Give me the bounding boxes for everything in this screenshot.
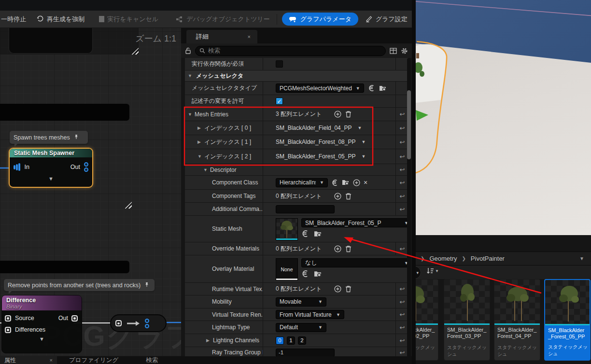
asset-tile-selected[interactable]: SM_BlackAlder_Forest_05_PP スタティックメッシュ — [544, 279, 591, 361]
mesh-entry-dropdown-2[interactable]: SM_BlackAlder_Forest_05_PP ▼ — [276, 153, 366, 160]
out-pin[interactable] — [84, 162, 88, 172]
display-grid-icon[interactable] — [390, 48, 397, 54]
tab-search[interactable]: 検索 — [146, 356, 158, 364]
tab-details-close-icon[interactable]: × — [248, 34, 251, 40]
lighting-channel-2[interactable]: 2 — [298, 336, 306, 345]
sort-button[interactable]: ▼ — [426, 267, 439, 274]
lightmap-type-dropdown[interactable]: Default ▼ — [276, 323, 326, 332]
differences-pin[interactable] — [5, 327, 11, 333]
lock-icon[interactable] — [185, 47, 191, 54]
comment-bubble-remove[interactable]: Remove points from another set (trees an… — [4, 279, 155, 291]
graph-parameters-button[interactable]: グラフパラメータ — [282, 13, 358, 26]
node-static-mesh-spawner[interactable]: Static Mesh Spawner In Out ▼ — [9, 148, 93, 188]
exec-dependency-checkbox[interactable] — [276, 60, 283, 68]
clear-icon[interactable]: × — [364, 179, 367, 186]
add-element-icon[interactable] — [334, 285, 341, 293]
clear-array-trash-icon[interactable] — [345, 111, 352, 118]
browse-to-asset-icon[interactable] — [314, 230, 322, 238]
debug-object-tree-button[interactable]: デバッグオブジェクトツリー — [176, 15, 270, 24]
expander-icon[interactable]: ▶ — [206, 338, 211, 343]
expander-icon[interactable]: ▶ — [197, 140, 202, 144]
use-selected-asset-icon[interactable] — [301, 270, 309, 278]
ray-tracing-group-input[interactable]: -1 — [276, 349, 335, 357]
use-selected-asset-icon[interactable] — [301, 230, 309, 238]
clear-array-trash-icon[interactable] — [345, 245, 352, 252]
asset-tile[interactable]: SM_BlackAlder_Forest_03_PP スタティックメッシュ — [444, 279, 490, 361]
viewport-3d[interactable] — [412, 0, 591, 235]
breadcrumb-expand-chevron-icon[interactable]: ▼ — [579, 256, 584, 261]
in-pin[interactable] — [14, 163, 20, 171]
graph-settings-button[interactable]: グラフ設定 — [365, 15, 408, 24]
node-collapse-chevron[interactable]: ▼ — [2, 336, 82, 342]
allow-descriptor-checkbox[interactable]: ✓ — [276, 98, 283, 105]
browse-to-asset-icon[interactable] — [314, 270, 322, 278]
comment-resize-handle-2[interactable] — [125, 202, 132, 209]
comment-bubble-spawn[interactable]: Spawn trees meshes — [10, 131, 88, 144]
category-mesh-selector[interactable]: ▼ メッシュセレクタ — [185, 70, 408, 82]
lighting-channel-1[interactable]: 1 — [287, 336, 295, 345]
node-collapse-chevron[interactable]: ▼ — [10, 176, 92, 182]
overlay-material-thumbnail[interactable]: None — [276, 258, 298, 280]
static-mesh-dropdown[interactable]: SM_BlackAlder_Forest_05_P ▼ — [301, 218, 408, 227]
expander-icon[interactable]: ▼ — [197, 154, 202, 159]
clear-array-trash-icon[interactable] — [345, 285, 352, 293]
clear-array-trash-icon[interactable] — [345, 193, 352, 200]
tab-close-icon[interactable]: × — [50, 357, 53, 363]
tab-details[interactable]: 詳細 × — [186, 30, 257, 43]
expander-icon[interactable]: ▼ — [188, 73, 193, 78]
node-collapsed-pill[interactable] — [110, 314, 167, 332]
node-partial-mid[interactable] — [0, 104, 129, 121]
additional-commands-input[interactable] — [276, 205, 335, 213]
property-row-lightmap-type: Lightmap Type Default ▼ ↩ — [185, 321, 408, 334]
mobility-dropdown[interactable]: Movable ▼ — [276, 297, 326, 307]
tab-profiling[interactable]: プロファイリング — [69, 356, 118, 364]
mesh-entry-dropdown-1[interactable]: SM_BlackAlder_Forest_08_PP ▼ — [276, 139, 366, 145]
filter-circle-button[interactable]: ▾ — [412, 266, 421, 279]
browse-to-asset-icon[interactable] — [379, 85, 387, 92]
details-scrollbar-thumb[interactable] — [407, 90, 411, 159]
property-label: Mesh Entries — [195, 111, 228, 118]
pill-in-pin[interactable] — [115, 320, 122, 326]
node-partial-low[interactable] — [0, 261, 129, 273]
static-mesh-thumbnail[interactable] — [276, 218, 298, 240]
pill-out-pin[interactable] — [145, 319, 149, 328]
expander-icon[interactable]: ▼ — [188, 112, 193, 117]
node-partial-top[interactable] — [9, 28, 93, 54]
pushpin-icon-2[interactable] — [144, 282, 149, 289]
zoom-level-label: ズーム 1:1 — [135, 33, 176, 44]
use-selected-asset-icon[interactable] — [368, 84, 375, 92]
source-pin[interactable] — [5, 315, 11, 322]
category-label: メッシュセレクタ — [196, 72, 243, 80]
asset-tile[interactable]: SM_BlackAlder_Forest_04_PP スタティックメッシュ — [494, 279, 540, 361]
cancel-execution-button[interactable]: 実行をキャンセル — [99, 15, 158, 24]
add-icon[interactable] — [353, 179, 360, 186]
force-regenerate-button[interactable]: 再生成を強制 — [37, 15, 84, 24]
selector-type-dropdown[interactable]: PCGMeshSelectorWeighted ▼ — [276, 84, 364, 93]
mesh-entry-dropdown-0[interactable]: SM_BlackAlder_Field_04_PP ▼ — [276, 125, 362, 131]
breadcrumb-pivotpainter[interactable]: PivotPainter — [471, 255, 505, 262]
tab-attributes[interactable]: 属性 × — [0, 356, 57, 364]
details-search-input[interactable]: 検索 — [195, 46, 386, 56]
add-element-icon[interactable] — [334, 193, 341, 200]
lighting-channel-0[interactable]: 0 — [276, 336, 284, 345]
graph-canvas[interactable]: PCGグラフ Spawn trees meshes Static Mesh Sp… — [0, 28, 181, 356]
pause-button[interactable]: 一時停止 — [1, 15, 26, 24]
pushpin-icon[interactable] — [74, 134, 79, 141]
breadcrumb-geometry[interactable]: Geometry — [429, 255, 457, 262]
add-element-icon[interactable] — [334, 245, 341, 252]
use-selected-asset-icon[interactable] — [331, 179, 338, 186]
settings-gear-icon[interactable] — [401, 47, 408, 55]
expander-icon[interactable]: ▶ — [197, 126, 202, 130]
add-element-icon[interactable] — [334, 111, 341, 118]
browse-to-asset-icon[interactable] — [342, 179, 350, 186]
node-difference[interactable]: Difference Binary Source Out Differences… — [1, 295, 82, 353]
dropdown-value: HierarchicalInstanc — [280, 179, 316, 186]
virtual-texture-render-dropdown[interactable]: From Virtual Texture ▼ — [276, 310, 344, 319]
asset-tile[interactable]: SM_BlackAlder_Forest_02_PP スタティックメッシュ — [412, 279, 438, 361]
overlay-material-dropdown[interactable]: なし ▼ — [301, 258, 408, 267]
diff-out-pin[interactable] — [71, 315, 78, 322]
details-scrollbar[interactable] — [407, 58, 411, 358]
expander-icon[interactable]: ▼ — [203, 168, 208, 172]
component-class-dropdown[interactable]: HierarchicalInstanc ▼ — [276, 178, 328, 187]
node-title: Difference — [6, 297, 77, 304]
